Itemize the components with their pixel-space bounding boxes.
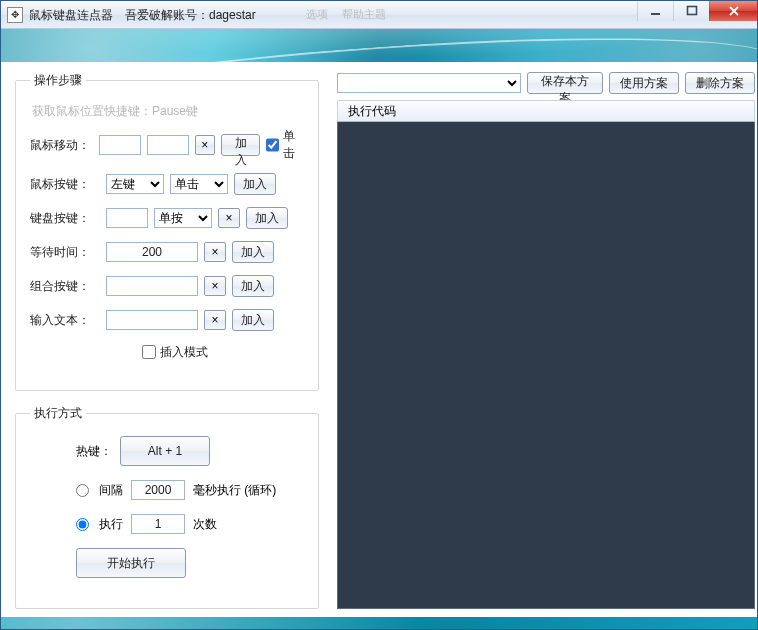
code-header-label: 执行代码 [348,103,396,120]
mouse-move-label: 鼠标移动： [30,137,93,154]
row-start: 开始执行 [30,548,304,578]
interval-suffix: 毫秒执行 (循环) [193,482,276,499]
left-column: 操作步骤 获取鼠标位置快捷键：Pause键 鼠标移动： × 加入 单击 鼠标按键… [15,72,319,609]
interval-radio[interactable] [76,484,89,497]
insert-mode-label: 插入模式 [160,344,208,361]
titlebar: ✥ 鼠标键盘连点器 吾爱破解账号：dagestar 选项 帮助主题 [1,1,757,29]
row-keyboard: 键盘按键： 单按 × 加入 [30,206,304,230]
interval-input[interactable] [131,480,185,500]
mouse-x-input[interactable] [99,135,141,155]
close-button[interactable] [709,1,757,21]
row-input-text: 输入文本： × 加入 [30,308,304,332]
app-icon: ✥ [7,7,23,23]
keyboard-label: 键盘按键： [30,210,100,227]
start-exec-button[interactable]: 开始执行 [76,548,186,578]
text-input[interactable] [106,310,198,330]
mouse-move-clear-button[interactable]: × [195,135,215,155]
keyboard-add-button[interactable]: 加入 [246,207,288,229]
scheme-toolbar: 保存本方案 使用方案 删除方案 [337,72,755,94]
times-label: 执行 [99,516,123,533]
mouse-move-add-button[interactable]: 加入 [221,134,261,156]
mouse-press-label: 鼠标按键： [30,176,100,193]
row-hotkey: 热键： Alt + 1 [30,436,304,466]
svg-rect-0 [651,13,660,15]
scheme-select[interactable] [337,73,521,93]
client-area: 操作步骤 获取鼠标位置快捷键：Pause键 鼠标移动： × 加入 单击 鼠标按键… [1,62,757,617]
window-buttons [637,1,757,21]
insert-mode-checkbox[interactable]: 插入模式 [142,344,208,361]
row-wait: 等待时间： × 加入 [30,240,304,264]
code-tab[interactable]: 执行代码 [337,100,755,122]
mouse-pos-hint: 获取鼠标位置快捷键：Pause键 [32,103,304,120]
row-combo-key: 组合按键： × 加入 [30,274,304,298]
hotkey-button[interactable]: Alt + 1 [120,436,210,466]
times-input[interactable] [131,514,185,534]
svg-rect-1 [687,7,696,15]
save-scheme-button[interactable]: 保存本方案 [527,72,603,94]
row-mouse-move: 鼠标移动： × 加入 单击 [30,128,304,162]
banner-image [1,29,757,62]
wait-label: 等待时间： [30,244,100,261]
code-area[interactable] [337,122,755,609]
keyboard-key-input[interactable] [106,208,148,228]
text-clear-button[interactable]: × [204,310,226,330]
row-times: 执行 次数 [30,514,304,534]
keyboard-clear-button[interactable]: × [218,208,240,228]
steps-legend: 操作步骤 [30,72,86,89]
single-click-checkbox[interactable]: 单击 [266,128,304,162]
input-text-label: 输入文本： [30,312,100,329]
keyboard-action-select[interactable]: 单按 [154,208,212,228]
use-scheme-button[interactable]: 使用方案 [609,72,679,94]
footer-banner [1,617,757,629]
app-window: ✥ 鼠标键盘连点器 吾爱破解账号：dagestar 选项 帮助主题 操作步骤 获… [0,0,758,630]
combo-label: 组合按键： [30,278,100,295]
combo-add-button[interactable]: 加入 [232,275,274,297]
window-title: 鼠标键盘连点器 吾爱破解账号：dagestar [29,1,256,29]
delete-scheme-button[interactable]: 删除方案 [685,72,755,94]
interval-label: 间隔 [99,482,123,499]
row-mouse-press: 鼠标按键： 左键 单击 加入 [30,172,304,196]
combo-input[interactable] [106,276,198,296]
steps-group: 操作步骤 获取鼠标位置快捷键：Pause键 鼠标移动： × 加入 单击 鼠标按键… [15,72,319,391]
disabled-menu: 选项 帮助主题 [306,7,386,22]
mouse-action-select[interactable]: 单击 [170,174,228,194]
minimize-button[interactable] [637,1,673,21]
single-click-label: 单击 [283,128,304,162]
exec-group: 执行方式 热键： Alt + 1 间隔 毫秒执行 (循环) 执行 次数 [15,405,319,609]
exec-legend: 执行方式 [30,405,86,422]
mouse-which-select[interactable]: 左键 [106,174,164,194]
times-suffix: 次数 [193,516,217,533]
mouse-y-input[interactable] [147,135,189,155]
times-radio[interactable] [76,518,89,531]
row-insert-mode: 插入模式 [30,340,304,364]
wait-clear-button[interactable]: × [204,242,226,262]
insert-mode-input[interactable] [142,345,156,359]
row-interval: 间隔 毫秒执行 (循环) [30,480,304,500]
wait-input[interactable] [106,242,198,262]
combo-clear-button[interactable]: × [204,276,226,296]
maximize-button[interactable] [673,1,709,21]
hotkey-label: 热键： [76,443,112,460]
text-add-button[interactable]: 加入 [232,309,274,331]
mouse-press-add-button[interactable]: 加入 [234,173,276,195]
single-click-input[interactable] [266,138,279,152]
right-column: 保存本方案 使用方案 删除方案 执行代码 [337,72,755,609]
wait-add-button[interactable]: 加入 [232,241,274,263]
